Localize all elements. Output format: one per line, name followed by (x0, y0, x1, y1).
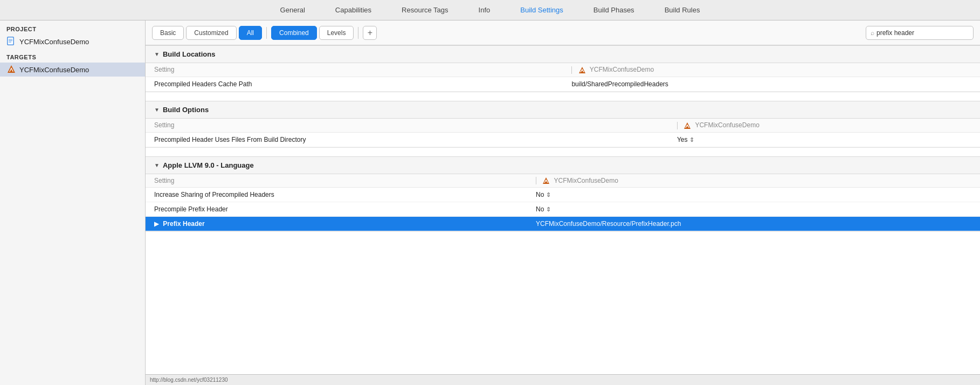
setting-value: Yes ⇕ (666, 132, 980, 147)
search-icon: ⌕ (871, 29, 874, 37)
setting-name: Precompile Prefix Header (146, 202, 525, 217)
table-row: Precompile Prefix Header No ⇕ (146, 202, 980, 217)
add-setting-button[interactable]: + (363, 26, 377, 40)
setting-value: No ⇕ (525, 202, 980, 217)
setting-value: build/SharedPrecompiledHeaders (561, 77, 980, 91)
nav-info[interactable]: Info (464, 0, 506, 20)
filter-basic-button[interactable]: Basic (152, 26, 184, 40)
project-file-icon (6, 37, 16, 46)
target-icon-header (578, 66, 586, 74)
table-row: Precompiled Header Uses Files From Build… (146, 132, 980, 147)
sidebar-item-target[interactable]: YCFMixConfuseDemo (0, 63, 145, 77)
section-build-locations: ▼ Build Locations Setting (146, 45, 980, 92)
value-col-header: YCFMixConfuseDemo (561, 63, 980, 77)
setting-name-selected: ▶ Prefix Header (146, 217, 525, 231)
settings-area: ▼ Build Locations Setting (146, 45, 980, 374)
value-stepper-3[interactable]: ⇕ (546, 206, 551, 212)
setting-value-selected: YCFMixConfuseDemo/Resource/PrefixHeader.… (525, 217, 980, 231)
setting-name: Precompiled Header Uses Files From Build… (146, 132, 666, 147)
collapse-triangle-icon-2: ▼ (154, 107, 160, 113)
target-icon-header-3 (542, 177, 550, 184)
sidebar-target-name: YCFMixConfuseDemo (19, 66, 89, 74)
table-row: Precompiled Headers Cache Path build/Sha… (146, 77, 980, 91)
bottom-url: http://blog.csdn.net/ycf03211230 (150, 377, 228, 383)
sidebar-project-header: PROJECT (0, 20, 145, 35)
section-build-locations-header[interactable]: ▼ Build Locations (146, 45, 980, 63)
collapse-triangle-icon-3: ▼ (154, 162, 160, 168)
section-build-options: ▼ Build Options Setting (146, 101, 980, 148)
filter-levels-button[interactable]: Levels (319, 26, 354, 40)
apple-llvm-table: Setting YCFMixConfuseDemo (146, 174, 980, 232)
value-col-header-2: YCFMixConfuseDemo (666, 119, 980, 132)
col-divider-3 (536, 177, 536, 184)
target-app-icon (6, 65, 16, 74)
value-stepper-2[interactable]: ⇕ (546, 191, 551, 198)
collapse-triangle-icon: ▼ (154, 51, 160, 57)
sidebar-targets-header: TARGETS (0, 49, 145, 63)
search-box: ⌕ (866, 26, 974, 40)
setting-value: No ⇕ (525, 188, 980, 202)
search-input[interactable] (877, 29, 957, 37)
section-title-2: Build Options (163, 106, 209, 114)
value-col-header-3: YCFMixConfuseDemo (525, 174, 980, 188)
col-divider (571, 66, 572, 74)
nav-capabilities[interactable]: Capabilities (320, 0, 387, 20)
filter-all-button[interactable]: All (239, 26, 262, 40)
setting-name: Precompiled Headers Cache Path (146, 77, 561, 91)
nav-build-rules[interactable]: Build Rules (650, 0, 715, 20)
section-title: Build Locations (163, 50, 216, 58)
table-row: Increase Sharing of Precompiled Headers … (146, 188, 980, 202)
filter-bar: Basic Customized All Combined Levels + ⌕ (146, 20, 980, 45)
setting-col-header: Setting (146, 63, 561, 77)
setting-name: Increase Sharing of Precompiled Headers (146, 188, 525, 202)
table-row-selected[interactable]: ▶ Prefix Header YCFMixConfuseDemo/Resour… (146, 217, 980, 231)
col-divider-2 (677, 122, 678, 129)
content-area: Basic Customized All Combined Levels + ⌕… (146, 20, 980, 385)
nav-general[interactable]: General (265, 0, 320, 20)
filter-combined-button[interactable]: Combined (271, 26, 317, 40)
value-stepper[interactable]: ⇕ (689, 136, 694, 143)
target-icon-header-2 (684, 122, 691, 129)
row-triangle-icon: ▶ (154, 220, 159, 228)
top-navigation: General Capabilities Resource Tags Info … (0, 0, 980, 20)
nav-build-settings[interactable]: Build Settings (505, 0, 578, 20)
setting-col-header-3: Setting (146, 174, 525, 188)
nav-build-phases[interactable]: Build Phases (578, 0, 650, 20)
section-build-options-header[interactable]: ▼ Build Options (146, 101, 980, 119)
build-options-table: Setting YCFMixConfuseDemo (146, 119, 980, 147)
sidebar-project-name: YCFMixConfuseDemo (19, 38, 89, 46)
setting-col-header-2: Setting (146, 119, 666, 132)
section-apple-llvm: ▼ Apple LLVM 9.0 - Language Setting (146, 156, 980, 232)
filter-divider-2 (358, 27, 358, 39)
build-locations-table: Setting YCFMixConfuseDemo (146, 63, 980, 92)
section-apple-llvm-header[interactable]: ▼ Apple LLVM 9.0 - Language (146, 156, 980, 174)
bottom-bar: http://blog.csdn.net/ycf03211230 (146, 374, 980, 385)
filter-customized-button[interactable]: Customized (186, 26, 236, 40)
nav-resource-tags[interactable]: Resource Tags (387, 0, 463, 20)
filter-divider (266, 27, 267, 39)
section-title-3: Apple LLVM 9.0 - Language (163, 161, 254, 169)
sidebar-item-project[interactable]: YCFMixConfuseDemo (0, 35, 145, 49)
sidebar: PROJECT YCFMixConfuseDemo TARGETS (0, 20, 146, 385)
